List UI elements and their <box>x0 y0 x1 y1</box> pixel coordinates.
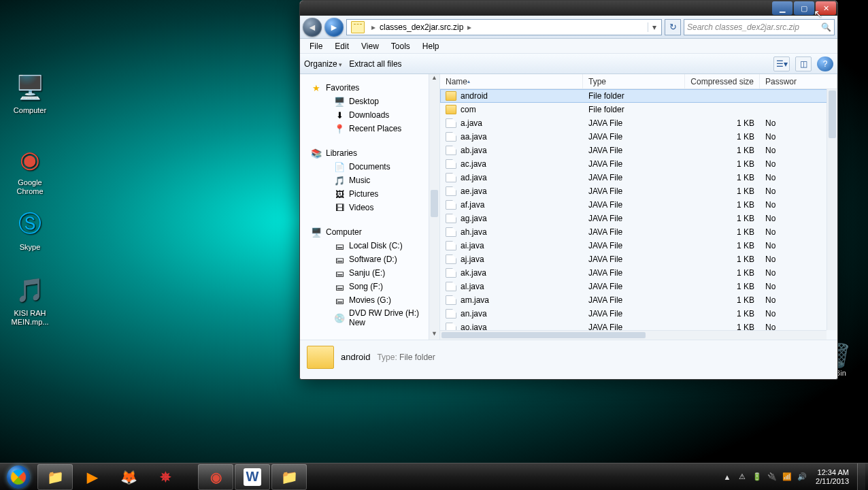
col-password[interactable]: Passwor <box>760 74 837 88</box>
mp3-file-icon-glyph: 🎵 <box>14 274 46 306</box>
file-row[interactable]: aa.java JAVA File 1 KB No <box>440 130 837 144</box>
file-icon <box>446 159 456 169</box>
search-icon: 🔍 <box>821 22 831 32</box>
system-tray: ▲⚠🔋🔌📶🔊 12:34 AM 2/11/2013 <box>715 463 868 491</box>
preview-pane-button[interactable]: ◫ <box>795 56 812 71</box>
list-vscrollbar[interactable] <box>827 89 837 330</box>
file-row[interactable]: a.java JAVA File 1 KB No <box>440 116 837 130</box>
nav-item[interactable]: ⬇Downloads <box>311 108 429 122</box>
show-desktop-button[interactable] <box>857 463 865 491</box>
file-row[interactable]: al.java JAVA File 1 KB No <box>440 280 837 293</box>
menu-file[interactable]: File <box>304 40 328 52</box>
nav-group-libraries[interactable]: 📚Libraries📄Documents🎵Music🖼Pictures🎞Vide… <box>311 146 429 214</box>
nav-item[interactable]: 📄Documents <box>311 160 429 174</box>
minimize-button[interactable]: ▁ <box>772 1 792 15</box>
explorer-task[interactable]: 📁 <box>37 464 73 490</box>
col-size[interactable]: Compressed size <box>685 74 760 88</box>
file-row[interactable]: ad.java JAVA File 1 KB No <box>440 171 837 184</box>
nav-item[interactable]: 💿DVD RW Drive (H:) New <box>311 307 429 329</box>
menu-view[interactable]: View <box>356 40 384 52</box>
file-row[interactable]: ac.java JAVA File 1 KB No <box>440 157 837 171</box>
search-placeholder: Search classes_dex2jar.src.zip <box>687 22 799 32</box>
file-row[interactable]: ak.java JAVA File 1 KB No <box>440 266 837 280</box>
breadcrumb-sep: ▸ <box>463 22 475 32</box>
menu-edit[interactable]: Edit <box>329 40 354 52</box>
breadcrumb-text[interactable]: classes_dex2jar.src.zip <box>380 22 463 32</box>
chrome-running[interactable]: ◉ <box>198 464 233 490</box>
unknown-task[interactable]: ✵ <box>148 464 183 490</box>
refresh-button[interactable]: ↻ <box>665 19 681 35</box>
file-icon <box>446 173 456 182</box>
file-row[interactable]: ab.java JAVA File 1 KB No <box>440 144 837 157</box>
file-row[interactable]: ag.java JAVA File 1 KB No <box>440 212 837 225</box>
file-list: Name Type Compressed size Passwor androi… <box>440 74 837 340</box>
tray-icon-4[interactable]: 📶 <box>782 472 792 483</box>
col-name[interactable]: Name <box>440 74 583 88</box>
search-input[interactable]: Search classes_dex2jar.src.zip 🔍 <box>684 19 835 35</box>
titlebar[interactable]: ▁ ▢ ✕ <box>300 1 837 16</box>
file-row[interactable]: am.java JAVA File 1 KB No <box>440 293 837 307</box>
nav-item[interactable]: 🎞Videos <box>311 201 429 214</box>
nav-item[interactable]: 🖼Pictures <box>311 187 429 201</box>
file-icon <box>446 282 456 291</box>
nav-item[interactable]: 🖴Local Disk (C:) <box>311 239 429 252</box>
start-button[interactable] <box>0 463 37 491</box>
file-icon <box>446 200 456 210</box>
chrome-icon[interactable]: ◉ Google Chrome <box>4 143 56 196</box>
file-icon <box>446 227 456 237</box>
computer-icon[interactable]: 🖥️ Computer <box>4 71 56 115</box>
nav-item[interactable]: 🖴Movies (G:) <box>311 293 429 307</box>
nav-item[interactable]: 📍Recent Places <box>311 122 429 135</box>
help-button[interactable]: ? <box>817 56 833 71</box>
nav-item[interactable]: 🖥️Desktop <box>311 95 429 108</box>
nav-group-favorites[interactable]: ★Favorites🖥️Desktop⬇Downloads📍Recent Pla… <box>311 81 429 135</box>
file-row[interactable]: android File folder <box>440 89 837 103</box>
mp3-file-icon[interactable]: 🎵 KISI RAH MEIN.mp... <box>4 274 56 327</box>
folder-icon <box>446 91 456 101</box>
col-type[interactable]: Type <box>583 74 685 88</box>
file-row[interactable]: an.java JAVA File 1 KB No <box>440 307 837 321</box>
skype-icon-glyph: Ⓢ <box>14 208 46 240</box>
file-row[interactable]: com File folder <box>440 103 837 116</box>
list-hscrollbar[interactable] <box>440 330 827 340</box>
navpane-scrollbar[interactable]: ▲▼ <box>429 74 439 340</box>
tray-icon-3[interactable]: 🔌 <box>767 472 778 483</box>
tray-icon-0[interactable]: ▲ <box>722 472 733 483</box>
word-running[interactable]: W <box>235 464 270 490</box>
file-row[interactable]: aj.java JAVA File 1 KB No <box>440 252 837 266</box>
view-button[interactable]: ☰▾ <box>773 56 790 71</box>
firefox-task[interactable]: 🦊 <box>111 464 146 490</box>
file-icon <box>446 268 456 278</box>
organize-button[interactable]: Organize <box>304 59 342 69</box>
close-button[interactable]: ✕ <box>816 1 836 15</box>
address-bar[interactable]: ▸ classes_dex2jar.src.zip ▸ ▾ <box>346 19 662 35</box>
explorer-running-icon: 📁 <box>280 468 298 486</box>
nav-item[interactable]: 🖴Song (F:) <box>311 280 429 293</box>
menu-help[interactable]: Help <box>417 40 445 52</box>
tray-icon-1[interactable]: ⚠ <box>737 472 748 483</box>
tray-icon-2[interactable]: 🔋 <box>752 472 763 483</box>
tray-icon-5[interactable]: 🔊 <box>797 472 807 483</box>
back-button[interactable]: ◄ <box>303 18 322 37</box>
file-row[interactable]: ae.java JAVA File 1 KB No <box>440 184 837 198</box>
chrome-running-icon: ◉ <box>207 468 224 486</box>
nav-item[interactable]: 🖴Sanju (E:) <box>311 266 429 280</box>
wmp-task[interactable]: ▶ <box>74 464 110 490</box>
address-dropdown[interactable]: ▾ <box>648 22 660 32</box>
maximize-button[interactable]: ▢ <box>794 1 814 15</box>
explorer-running[interactable]: 📁 <box>271 464 307 490</box>
file-row[interactable]: af.java JAVA File 1 KB No <box>440 198 837 212</box>
tray-clock[interactable]: 12:34 AM 2/11/2013 <box>816 468 849 486</box>
nav-item[interactable]: 🎵Music <box>311 174 429 187</box>
nav-group-computer[interactable]: 🖥️Computer🖴Local Disk (C:)🖴Software (D:)… <box>311 225 429 329</box>
file-row[interactable]: ai.java JAVA File 1 KB No <box>440 239 837 252</box>
file-icon <box>446 309 456 318</box>
skype-icon[interactable]: Ⓢ Skype <box>4 208 56 252</box>
extract-all-button[interactable]: Extract all files <box>349 59 401 69</box>
nav-item[interactable]: 🖴Software (D:) <box>311 252 429 266</box>
file-icon <box>446 241 456 250</box>
column-headers[interactable]: Name Type Compressed size Passwor <box>440 74 837 89</box>
menu-tools[interactable]: Tools <box>386 40 416 52</box>
file-row[interactable]: ah.java JAVA File 1 KB No <box>440 225 837 239</box>
forward-button[interactable]: ► <box>324 18 344 37</box>
